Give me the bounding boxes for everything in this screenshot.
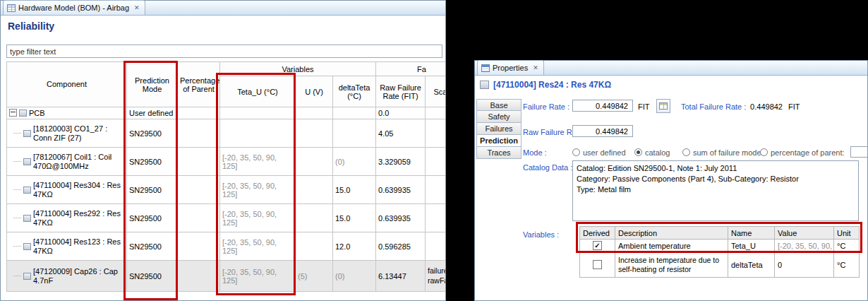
tree-line [13,189,21,190]
radio-sum-of-failure-modes[interactable] [682,148,690,156]
catalog-calculator-button[interactable] [656,99,670,113]
cell-percentage[interactable] [178,232,220,261]
cell-delta-teta[interactable]: 12.0 [333,232,376,261]
component-icon [23,243,31,250]
total-failure-rate-unit: FIT [788,102,800,111]
property-section-tabs: Base Safety Failures Prediction Traces [476,99,522,159]
highlight-prediction-mode-column [123,61,178,300]
bom-table-icon [7,4,16,12]
cell-delta-teta[interactable] [333,107,376,119]
col-header-u[interactable]: U (V) [296,76,333,107]
radio-user-defined[interactable] [572,148,580,156]
percentage-of-parent-input[interactable] [850,146,867,158]
tab-prediction[interactable]: Prediction [476,135,522,147]
cell-delta-teta[interactable]: (0) [333,261,376,292]
cell-u[interactable]: (5) [296,261,333,292]
close-icon[interactable] [533,65,538,71]
cell-delta-teta[interactable]: 15.0 [333,176,376,204]
cell-raw-failure-rate[interactable]: 6.13447 [376,261,426,292]
cell-delta-teta[interactable]: (0) [333,148,376,176]
cell-raw-failure-rate[interactable]: 0.0 [376,107,426,119]
cell-raw-failure-rate[interactable]: 0.639935 [376,204,426,232]
component-name: [78120067] Coil1 : Coil 470Ω@100MHz [33,153,124,170]
cell-percentage[interactable] [178,107,220,119]
derived-checkbox-unchecked[interactable] [593,260,602,269]
component-name: PCB [29,109,45,118]
component-icon [23,187,31,194]
cell-raw-failure-rate[interactable]: 0.639935 [376,176,426,204]
cell-u[interactable] [296,204,333,232]
tree-line [13,246,21,247]
col-header-component[interactable]: Component [7,62,127,107]
radio-catalog[interactable] [634,148,642,156]
cell-delta-teta[interactable] [333,119,376,148]
var-value[interactable]: 0 [775,252,834,278]
cell-scaling[interactable] [426,119,445,148]
tree-line [13,133,21,134]
cell-scaling[interactable] [426,148,445,176]
variable-row-delta-teta[interactable]: Increase in temperature due to self-heat… [580,252,860,278]
properties-body: Base Safety Failures Prediction Traces F… [475,93,867,300]
cell-raw-failure-rate[interactable]: 3.329059 [376,148,426,176]
cell-scaling[interactable]: failureRrawFail [426,261,445,292]
cell-u[interactable] [296,176,333,204]
component-icon [19,110,27,117]
mode-label: Mode : [523,148,547,157]
cell-u[interactable] [296,119,333,148]
col-header-percentage-of-parent[interactable]: Percentage of Parent [178,62,220,107]
cell-u[interactable] [296,232,333,261]
radio-percentage-of-parent-label[interactable]: percentage of parent: [771,148,845,157]
cell-raw-failure-rate[interactable]: 0.596285 [376,232,426,261]
cell-percentage[interactable] [178,261,220,292]
col-header-delta-teta[interactable]: deltaTeta (°C) [333,76,376,107]
catalog-data-text[interactable]: Catalog: Edition SN29500-1, Note 1: July… [572,160,859,221]
cell-percentage[interactable] [178,176,220,204]
properties-window: Properties [47110004] Res24 : Res 47KΩ B… [474,60,868,301]
tab-properties[interactable]: Properties [477,60,544,75]
tab-safety[interactable]: Safety [476,111,522,123]
radio-percentage-of-parent[interactable] [760,148,768,156]
cell-u[interactable] [296,148,333,176]
radio-catalog-label[interactable]: catalog [645,148,670,157]
filter-input[interactable] [6,45,442,58]
radio-sum-of-failure-modes-label[interactable]: sum of failure modes [693,148,765,157]
selected-component-title: [47110004] Res24 : Res 47KΩ [493,80,611,90]
cell-delta-teta[interactable]: 15.0 [333,204,376,232]
component-name: [47110004] Res304 : Res 47KΩ [33,181,124,199]
cell-raw-failure-rate[interactable]: 4.05 [376,119,426,148]
cell-percentage[interactable] [178,119,220,148]
component-name: [47120009] Cap26 : Cap 4.7nF [33,267,124,285]
failure-rate-input[interactable]: 0.449842 [572,100,633,112]
tab-traces[interactable]: Traces [476,147,522,159]
calculator-icon [659,102,668,110]
cell-scaling[interactable] [426,176,445,204]
cell-scaling[interactable] [426,204,445,232]
component-icon [23,273,31,280]
component-name: [47110004] Res292 : Res 47KΩ [33,209,124,227]
cell-scaling[interactable] [426,107,445,119]
tab-hardware-model-bom[interactable]: Hardware Model (BOM) - Airbag [3,0,145,15]
close-icon[interactable] [134,5,140,11]
cell-percentage[interactable] [178,148,220,176]
bom-tabbar: Hardware Model (BOM) - Airbag [1,1,445,16]
total-failure-rate-label: Total Failure Rate : [681,102,746,111]
cell-percentage[interactable] [178,204,220,232]
tab-base[interactable]: Base [476,99,522,111]
failure-rate-unit: FIT [638,102,650,111]
tab-label: Hardware Model (BOM) - Airbag [18,4,129,12]
var-description: Increase in temperature due to self-heat… [615,252,728,278]
col-header-scaling[interactable]: Scaling [426,76,445,107]
radio-user-defined-label[interactable]: user defined [583,148,626,157]
raw-failure-rate-input[interactable]: 0.449842 [572,125,633,137]
col-header-raw-failure-rate[interactable]: Raw Failure Rate (FIT) [376,76,426,107]
cell-u[interactable] [296,107,333,119]
tab-failures[interactable]: Failures [476,123,522,135]
cell-scaling[interactable] [426,232,445,261]
component-name: [18120003] CO1_27 : Conn ZIF (27) [33,124,124,142]
properties-header: [47110004] Res24 : Res 47KΩ [475,76,867,94]
component-icon [23,215,31,222]
properties-tabbar: Properties [475,61,867,76]
collapse-icon[interactable] [9,109,17,117]
catalog-line: Category: Passive Components (Part 4), S… [577,174,855,184]
failure-rate-label: Failure Rate : [523,102,569,111]
